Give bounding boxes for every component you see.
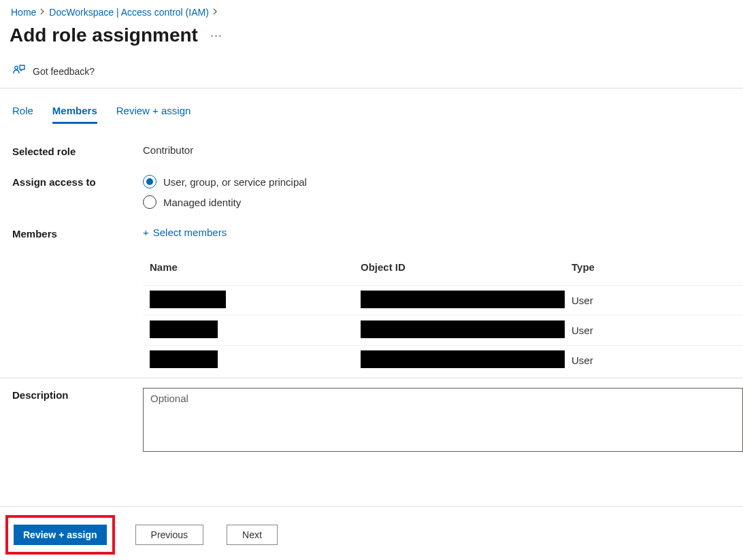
form-area: Selected role Contributor Assign access … [0, 124, 743, 246]
review-assign-button[interactable]: Review + assign [14, 525, 107, 545]
redacted-object-id [361, 350, 565, 368]
table-row[interactable]: User [143, 315, 743, 345]
row-assign-access: Assign access to User, group, or service… [12, 175, 743, 227]
selected-role-label: Selected role [12, 144, 143, 157]
members-label: Members [12, 227, 143, 240]
svg-point-0 [15, 66, 18, 69]
row-members: Members + Select members [12, 227, 743, 246]
chevron-right-icon [213, 8, 218, 16]
redacted-object-id [361, 291, 565, 308]
tab-members[interactable]: Members [52, 105, 97, 124]
redacted-name [150, 320, 218, 338]
assign-access-label: Assign access to [12, 175, 143, 188]
members-table-section: Name Object ID Type User User User [0, 254, 743, 375]
radio-icon [143, 195, 156, 209]
row-type: User [572, 295, 743, 306]
page-title-row: Add role assignment ··· [0, 20, 743, 53]
table-header: Name Object ID Type [143, 254, 743, 285]
column-name: Name [150, 261, 361, 273]
select-members-link[interactable]: + Select members [143, 227, 743, 238]
next-button[interactable]: Next [227, 525, 278, 545]
more-actions-button[interactable]: ··· [206, 26, 227, 46]
selected-role-value: Contributor [143, 144, 743, 156]
radio-managed-label: Managed identity [163, 197, 241, 208]
radio-user-label: User, group, or service principal [163, 176, 307, 188]
chevron-right-icon [40, 8, 45, 16]
footer: Review + assign Previous Next [0, 506, 743, 555]
feedback-row[interactable]: Got feedback? [0, 53, 743, 88]
description-label: Description [12, 388, 143, 401]
tab-review[interactable]: Review + assign [116, 105, 191, 124]
column-object-id: Object ID [361, 261, 572, 273]
column-type: Type [572, 261, 743, 273]
breadcrumb-workspace[interactable]: DocWorkspace | Access control (IAM) [49, 7, 208, 18]
previous-button[interactable]: Previous [135, 525, 203, 545]
row-selected-role: Selected role Contributor [12, 144, 743, 175]
plus-icon: + [143, 227, 149, 238]
breadcrumb-home[interactable]: Home [11, 7, 36, 18]
table-row[interactable]: User [143, 345, 743, 375]
feedback-icon [12, 64, 26, 78]
redacted-name [150, 350, 218, 368]
table-row[interactable]: User [143, 285, 743, 315]
tab-role[interactable]: Role [12, 105, 33, 124]
tabs: Role Members Review + assign [0, 88, 743, 124]
select-members-label: Select members [153, 227, 227, 238]
redacted-name [150, 291, 226, 308]
breadcrumb: Home DocWorkspace | Access control (IAM) [0, 0, 743, 20]
feedback-label: Got feedback? [33, 66, 95, 77]
radio-user-group[interactable]: User, group, or service principal [143, 175, 743, 188]
row-type: User [572, 325, 743, 336]
description-input[interactable] [143, 388, 743, 452]
row-description: Description [0, 378, 743, 452]
page-title: Add role assignment [10, 24, 198, 46]
row-type: User [572, 355, 743, 366]
radio-icon [143, 175, 156, 188]
radio-managed-identity[interactable]: Managed identity [143, 195, 743, 209]
redacted-object-id [361, 320, 565, 338]
highlight-box: Review + assign [5, 515, 115, 555]
